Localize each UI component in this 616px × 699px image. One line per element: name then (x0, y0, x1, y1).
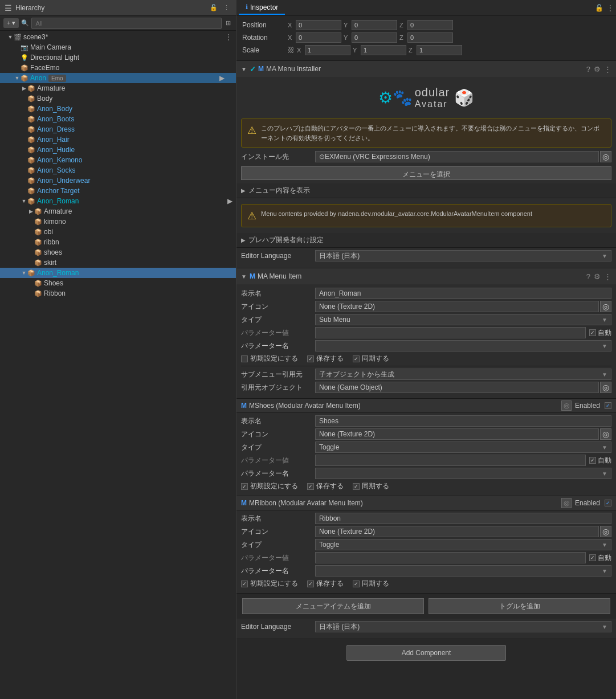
shoes-type-dropdown[interactable]: Toggle ▼ (315, 442, 611, 453)
position-z-input[interactable] (407, 20, 453, 30)
ribbon-sync-checkbox[interactable]: ✓ (353, 581, 360, 587)
ribbon-init-checkbox[interactable]: ✓ (241, 581, 248, 587)
tree-item-armature1[interactable]: ▶ 📦 Armature (0, 83, 236, 93)
shoes-item-circle-btn[interactable]: ◎ (561, 400, 572, 411)
tree-item-faceemo[interactable]: ▶ 📦 FaceEmo (0, 63, 236, 73)
hierarchy-more-icon[interactable]: ⋮ (222, 3, 231, 12)
ma-installer-settings-icon[interactable]: ⚙ (594, 65, 601, 73)
inspector-lock-icon[interactable]: 🔓 (595, 4, 603, 12)
position-x-input[interactable] (296, 20, 341, 30)
type-dropdown[interactable]: Sub Menu ▼ (315, 314, 611, 325)
add-toggle-button[interactable]: トグルを追加 (429, 598, 610, 614)
menu-contents-header[interactable]: ▶ メニュー内容を表示 (236, 183, 616, 198)
tree-item-anon-boots[interactable]: ▶ 📦 Anon_Boots (0, 114, 236, 124)
ma-menu-installer-header[interactable]: ▼ ✓ M MA Menu Installer ? ⚙ ⋮ (236, 61, 616, 77)
ma-menu-item-header[interactable]: ▼ M MA Menu Item ? ⚙ ⋮ (236, 268, 616, 284)
save-checkbox[interactable]: ✓ (307, 355, 314, 362)
shoes-init-checkbox[interactable]: ✓ (241, 483, 248, 490)
ref-object-circle-btn[interactable]: ◎ (600, 382, 611, 393)
tree-item-armature2[interactable]: ▶ 📦 Armature (0, 206, 236, 216)
tree-item-scene3[interactable]: ▼ 🎬 scene3* ⋮ (0, 32, 236, 42)
ma-menu-item-help-icon[interactable]: ? (586, 272, 590, 281)
shoes-display-value[interactable]: Shoes (315, 415, 611, 427)
menu-item-editor-lang-dropdown[interactable]: 日本語 (日本) ▼ (315, 621, 611, 632)
tree-item-body[interactable]: ▶ 📦 Body (0, 93, 236, 104)
installer-editor-lang-dropdown[interactable]: 日本語 (日本) ▼ (315, 250, 611, 261)
tree-item-anon-roman-group[interactable]: ▼ 📦 Anon_Roman ▶ (0, 196, 236, 206)
param-name-row: パラメーター名 ▼ (241, 340, 611, 351)
tree-item-anon-roman2[interactable]: ▼ 📦 Anon_Roman (0, 268, 236, 278)
hierarchy-search-input[interactable] (31, 18, 222, 29)
hierarchy-lock-icon[interactable]: 🔓 (208, 3, 219, 12)
anon-kemono-label: Anon_Kemono (37, 156, 82, 164)
tree-item-kimono[interactable]: ▶ 📦 kimono (0, 216, 236, 227)
position-y-input[interactable] (352, 20, 397, 30)
scale-z-input[interactable] (417, 45, 462, 55)
icon-circle-btn[interactable]: ◎ (600, 301, 611, 312)
ribbon-item-circle-btn[interactable]: ◎ (561, 498, 572, 508)
tree-item-anon-hudie[interactable]: ▶ 📦 Anon_Hudie (0, 145, 236, 155)
ma-menu-item-settings-icon[interactable]: ⚙ (594, 272, 601, 281)
auto-checkbox[interactable]: ✓ (589, 329, 596, 336)
tree-item-anchor-target[interactable]: ▶ 📦 Anchor Target (0, 186, 236, 196)
param-value-value[interactable] (315, 327, 586, 338)
ma-menu-installer-section: ▼ ✓ M MA Menu Installer ? ⚙ ⋮ ⚙🐾 odular (236, 61, 616, 268)
rotation-x-input[interactable] (296, 32, 341, 43)
ribbon-display-value[interactable]: Ribbon (315, 513, 611, 524)
scene3-menu-icon[interactable]: ⋮ (225, 32, 236, 42)
ma-installer-more-icon[interactable]: ⋮ (604, 65, 611, 73)
rotation-z-input[interactable] (407, 32, 453, 43)
tree-item-dir-light[interactable]: ▶ 💡 Directional Light (0, 52, 236, 63)
shoes-enabled-check[interactable]: ✓ (605, 402, 611, 409)
shoes-param-name-dropdown[interactable]: ▼ (315, 468, 611, 479)
tree-item-anon[interactable]: ▼ 📦 Anon Emo ▶ (0, 73, 236, 83)
tree-item-ribbn[interactable]: ▶ 📦 ribbn (0, 237, 236, 247)
select-menu-button[interactable]: メニューを選択 (241, 166, 611, 180)
init-checkbox[interactable] (241, 355, 248, 362)
tree-item-anon-body[interactable]: ▶ 📦 Anon_Body (0, 104, 236, 114)
tree-item-anon-dress[interactable]: ▶ 📦 Anon_Dress (0, 124, 236, 134)
ribbon-param-name-dropdown[interactable]: ▼ (315, 565, 611, 577)
tree-item-anon-underwear[interactable]: ▶ 📦 Anon_Underwear (0, 175, 236, 186)
scale-y-input[interactable] (361, 45, 406, 55)
display-name-value[interactable]: Anon_Roman (315, 288, 611, 299)
type-label: タイプ (241, 315, 315, 325)
tree-item-shoes2[interactable]: ▶ 📦 Shoes (0, 278, 236, 288)
shoes-param-value[interactable] (315, 455, 586, 466)
position-x-label: X (288, 22, 295, 28)
ribbon-param-value[interactable] (315, 552, 586, 563)
ribbon-save-checkbox[interactable]: ✓ (307, 581, 314, 587)
inspector-more-icon[interactable]: ⋮ (607, 4, 614, 12)
tree-item-anon-hair[interactable]: ▶ 📦 Anon_Hair (0, 134, 236, 145)
install-target-circle-btn[interactable]: ◎ (600, 151, 611, 162)
ribbon-enabled-check[interactable]: ✓ (605, 500, 611, 506)
tree-item-anon-socks[interactable]: ▶ 📦 Anon_Socks (0, 165, 236, 175)
tree-item-main-camera[interactable]: ▶ 📷 Main Camera (0, 42, 236, 52)
submenu-source-dropdown[interactable]: 子オブジェクトから生成 ▼ (315, 369, 611, 380)
hierarchy-menu-icon[interactable]: ☰ (5, 3, 12, 13)
tree-item-shoes1[interactable]: ▶ 📦 shoes (0, 247, 236, 257)
ma-installer-help-icon[interactable]: ? (586, 65, 590, 73)
inspector-tab[interactable]: ℹ Inspector (239, 1, 285, 15)
ribbon-auto-checkbox[interactable]: ✓ (589, 554, 596, 561)
ribbon-type-dropdown[interactable]: Toggle ▼ (315, 539, 611, 550)
tree-item-ribbon[interactable]: ▶ 📦 Ribbon (0, 288, 236, 299)
scale-x-input[interactable] (305, 45, 350, 55)
shoes-save-checkbox[interactable]: ✓ (307, 483, 314, 490)
add-component-button[interactable]: Add Component (346, 645, 506, 661)
tree-item-skirt[interactable]: ▶ 📦 skirt (0, 257, 236, 268)
tree-item-anon-kemono[interactable]: ▶ 📦 Anon_Kemono (0, 155, 236, 165)
param-name-dropdown[interactable]: ▼ (315, 340, 611, 351)
ribbon-icon-circle-btn[interactable]: ◎ (600, 526, 611, 537)
dev-settings-header[interactable]: ▶ プレハブ開発者向け設定 (236, 233, 616, 248)
shoes-icon-circle-btn[interactable]: ◎ (600, 428, 611, 440)
add-menu-item-button[interactable]: メニューアイテムを追加 (242, 598, 424, 614)
shoes-sync-checkbox[interactable]: ✓ (353, 483, 360, 490)
ma-menu-item-more-icon[interactable]: ⋮ (604, 272, 611, 281)
tree-item-obi[interactable]: ▶ 📦 obi (0, 227, 236, 237)
shoes-auto-checkbox[interactable]: ✓ (589, 457, 596, 464)
add-hierarchy-button[interactable]: + ▾ (3, 18, 19, 28)
sync-checkbox[interactable]: ✓ (353, 355, 360, 362)
hierarchy-search-action-icon[interactable]: ⊞ (224, 19, 232, 27)
rotation-y-input[interactable] (352, 32, 397, 43)
